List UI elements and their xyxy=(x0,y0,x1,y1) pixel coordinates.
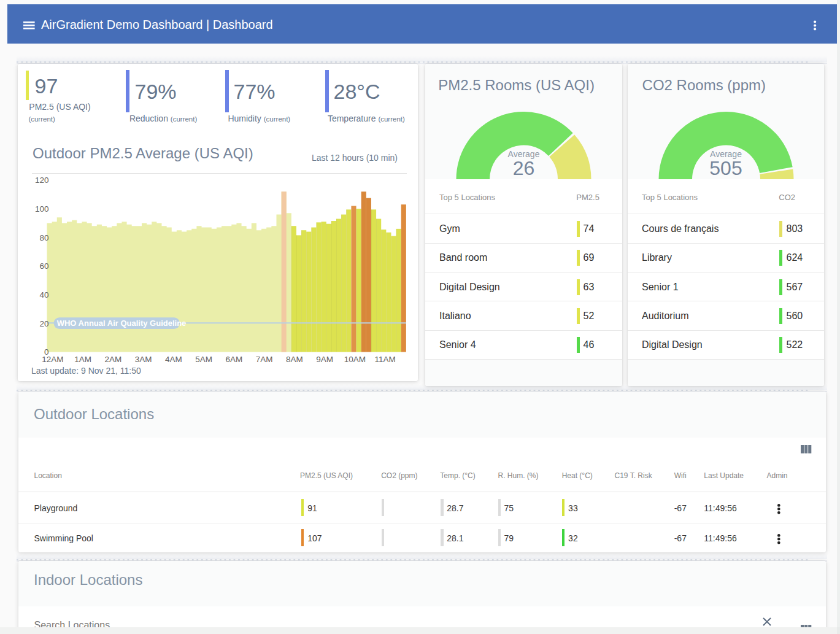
svg-text:4AM: 4AM xyxy=(165,355,182,364)
svg-text:100: 100 xyxy=(35,204,49,214)
svg-text:12AM: 12AM xyxy=(42,355,63,364)
svg-text:1AM: 1AM xyxy=(74,355,91,364)
svg-text:11AM: 11AM xyxy=(374,355,395,364)
svg-text:10AM: 10AM xyxy=(344,355,366,364)
svg-text:7AM: 7AM xyxy=(256,355,273,364)
svg-text:6AM: 6AM xyxy=(225,355,242,364)
svg-text:40: 40 xyxy=(39,290,48,300)
svg-text:8AM: 8AM xyxy=(286,355,303,364)
svg-text:2AM: 2AM xyxy=(104,355,121,364)
svg-text:60: 60 xyxy=(39,261,48,271)
svg-text:5AM: 5AM xyxy=(195,355,212,364)
svg-text:120: 120 xyxy=(35,176,49,185)
svg-text:20: 20 xyxy=(39,319,48,328)
svg-text:3AM: 3AM xyxy=(135,355,152,364)
svg-text:WHO Annual Air Quality Guideli: WHO Annual Air Quality Guideline xyxy=(57,319,187,328)
svg-text:9AM: 9AM xyxy=(316,355,333,364)
svg-text:80: 80 xyxy=(39,233,48,242)
